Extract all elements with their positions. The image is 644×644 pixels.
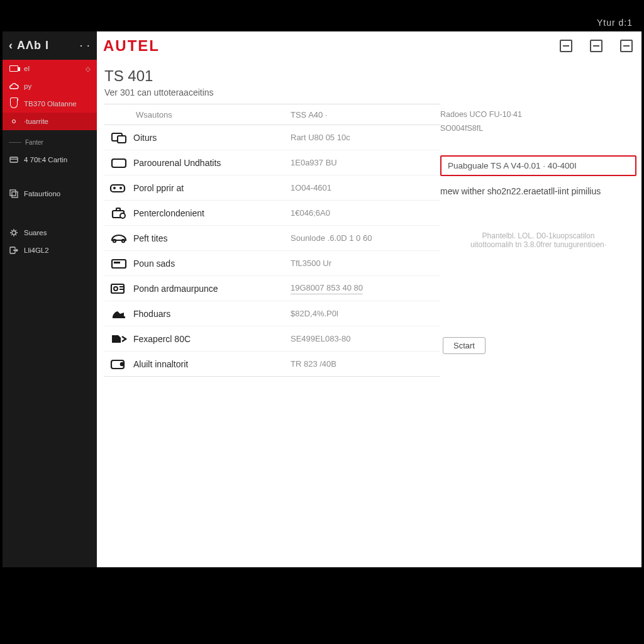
row-icon — [104, 333, 133, 345]
row-name: Pondn ardmaurpunce — [133, 284, 291, 294]
top-strip: ‹ AΛb I · · AUTEL — [3, 31, 641, 60]
svg-rect-8 — [112, 159, 126, 167]
window-action-1-icon[interactable] — [560, 40, 572, 52]
row-icon — [104, 358, 133, 370]
row-value: SE499EL083-80 — [291, 334, 440, 343]
sidebar-item-2[interactable]: TB370 Olatanne — [3, 95, 97, 113]
sidebar-item-1[interactable]: py — [3, 77, 97, 95]
row-icon — [104, 157, 133, 169]
svg-rect-2 — [10, 190, 16, 196]
sidebar-item-6[interactable]: Suares — [3, 224, 97, 242]
table-row[interactable]: OitursRart U80 05 10c — [104, 125, 440, 150]
top-icon-group — [560, 40, 641, 52]
sidebar-item-3[interactable]: ·tuarrite — [3, 113, 97, 130]
app-window: ‹ AΛb I · · AUTEL el ◇ — [3, 31, 641, 567]
sidebar-item-4[interactable]: 4 70t:4 Cartin — [3, 151, 97, 169]
sidebar-divider-1: Fanter — [9, 139, 91, 146]
sidebar-item-label: Suares — [24, 229, 91, 236]
table-row[interactable]: Pondn ardmaurpunce19G8007 853 40 80 — [104, 276, 440, 301]
row-name: Oiturs — [133, 133, 291, 143]
sidebar: el ◇ py TB370 Olatanne ·tuarrite — [3, 60, 97, 567]
row-value: TfL3500 Ur — [291, 258, 440, 268]
table-row[interactable]: Porol pprir at1O04-4601 — [104, 175, 440, 201]
start-button[interactable]: Sctart — [443, 337, 486, 354]
row-icon — [104, 257, 133, 270]
row-value: Sounlode .6.0D 1 0 60 — [291, 233, 440, 243]
sidebar-item-label: ·tuarrite — [24, 118, 91, 125]
row-value: 1E0a937 BU — [291, 158, 440, 167]
main-content: TS 401 Ver 301 can uttoteraaceitins Wsau… — [97, 60, 641, 567]
sidebar-item-5[interactable]: Fataurtiono — [3, 185, 97, 203]
logout-icon — [9, 246, 19, 255]
highlight-box[interactable]: Puabguale TS A V4-0.01 · 40-400I — [440, 155, 636, 176]
table-row[interactable]: Aluilt innaltoritTR 823 /40B — [104, 352, 440, 377]
info-fineprint-2: uitottoomalih tn 3.8.0frer tunugurentioe… — [440, 240, 636, 249]
table-column: Wsautons TSS A40 · OitursRart U80 05 10c… — [104, 104, 440, 377]
window-action-3-icon[interactable] — [620, 40, 633, 52]
row-name: Penterclondenient — [133, 208, 291, 218]
row-name: Paroourenal Undhatits — [133, 158, 291, 168]
sidebar-item-label: Lli4GL2 — [24, 247, 91, 254]
svg-point-4 — [12, 231, 16, 235]
table-row[interactable]: Peft titesSounlode .6.0D 1 0 60 — [104, 226, 440, 251]
row-name: Fexapercl 80C — [133, 334, 291, 344]
row-icon — [104, 308, 133, 320]
sidebar-item-label: 4 70t:4 Cartin — [24, 156, 91, 164]
row-value: 1O04-4601 — [291, 183, 440, 192]
svg-rect-9 — [111, 185, 125, 192]
table-row[interactable]: Penterclondenient1€046;6A0 — [104, 201, 440, 226]
table-body: OitursRart U80 05 10cParoourenal Undhati… — [104, 125, 440, 377]
sidebar-item-0[interactable]: el ◇ — [3, 60, 97, 77]
svg-rect-0 — [10, 157, 18, 162]
row-value: $82D,4%.P0l — [291, 309, 440, 318]
info-panel: Radoes UCO FU-10·41 SO004fS8fL Puabguale… — [440, 104, 641, 377]
table-row[interactable]: Fexapercl 80CSE499EL083-80 — [104, 326, 440, 352]
svg-point-11 — [119, 187, 122, 189]
row-value: Rart U80 05 10c — [291, 133, 440, 142]
info-top-right: SO004fS8fL — [440, 124, 636, 133]
window-action-2-icon[interactable] — [590, 40, 602, 52]
app-body: el ◇ py TB370 Olatanne ·tuarrite — [3, 60, 641, 567]
row-name: Poun sads — [133, 258, 291, 269]
top-dots[interactable]: · · — [80, 41, 91, 50]
app-short-name: AΛb I — [17, 39, 49, 52]
info-description: mew wither sho2n22.eraetatll-iint pimili… — [440, 186, 636, 196]
table-row[interactable]: Poun sadsTfL3500 Ur — [104, 251, 440, 276]
monitor-icon — [9, 64, 19, 73]
top-strip-left: ‹ AΛb I · · — [3, 31, 97, 60]
row-name: Aluilt innaltorit — [133, 359, 291, 369]
sidebar-item-7[interactable]: Lli4GL2 — [3, 242, 97, 259]
header-col-2: Wsautons — [133, 110, 291, 119]
shield-icon — [9, 99, 19, 108]
chevron-icon: ◇ — [86, 65, 91, 72]
sidebar-divider-label: Fanter — [25, 139, 43, 146]
svg-point-10 — [113, 187, 116, 189]
row-name: Fhoduars — [133, 309, 291, 319]
svg-rect-13 — [116, 208, 120, 211]
gear-icon — [9, 228, 19, 237]
info-fineprint-1: Phantelbl. LOL. D0-1kuopscatilon — [440, 231, 636, 240]
dot-icon — [9, 117, 19, 126]
table-row[interactable]: Fhoduars$82D,4%.P0l — [104, 301, 440, 326]
info-top-left: Radoes UCO FU-10·41 — [440, 110, 522, 119]
sidebar-item-label: Fataurtiono — [24, 190, 91, 197]
page-subtitle: Ver 301 can uttoteraaceitins — [104, 87, 641, 97]
window-title: Ytur d:1 — [597, 18, 633, 28]
back-icon[interactable]: ‹ — [9, 39, 13, 52]
table-header: Wsautons TSS A40 · — [104, 104, 440, 125]
sidebar-item-label: TB370 Olatanne — [24, 100, 91, 108]
table-row[interactable]: Paroourenal Undhatits1E0a937 BU — [104, 150, 440, 175]
row-value: TR 823 /40B — [291, 359, 440, 369]
row-name: Peft tites — [133, 233, 291, 243]
layers-icon — [9, 189, 19, 198]
sidebar-item-label: el — [24, 65, 80, 72]
svg-point-25 — [120, 362, 125, 366]
row-name: Porol pprir at — [133, 183, 291, 193]
svg-rect-3 — [12, 192, 18, 197]
sidebar-item-label: py — [24, 82, 91, 90]
row-icon — [104, 182, 133, 194]
row-value: 19G8007 853 40 80 — [291, 283, 440, 294]
top-strip-right: AUTEL — [97, 31, 641, 60]
cloud-icon — [9, 82, 19, 91]
svg-point-20 — [114, 287, 118, 291]
